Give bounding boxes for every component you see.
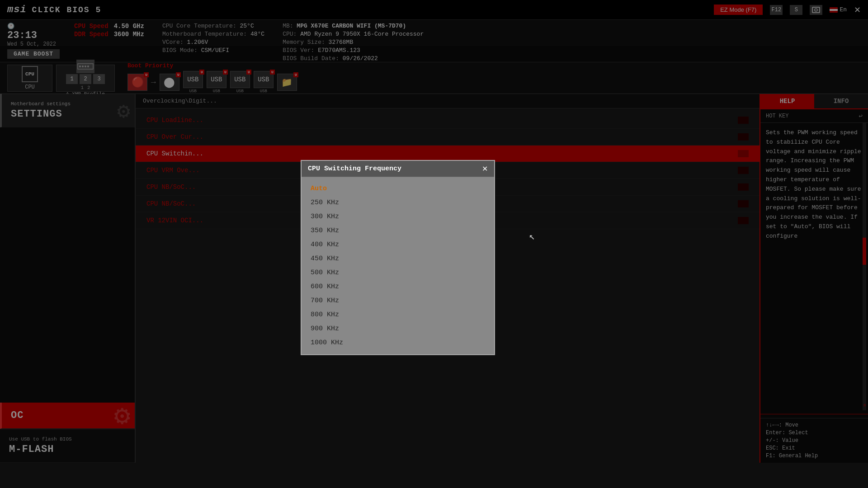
modal-option-350[interactable]: 350 KHz bbox=[302, 224, 494, 238]
modal-option-450[interactable]: 450 KHz bbox=[302, 252, 494, 266]
modal-option-900[interactable]: 900 KHz bbox=[302, 322, 494, 336]
modal-options-list: Auto 250 KHz 300 KHz 350 KHz 400 KHz 450… bbox=[302, 177, 494, 354]
modal-option-800[interactable]: 800 KHz bbox=[302, 308, 494, 322]
modal-option-auto[interactable]: Auto bbox=[302, 182, 494, 196]
modal-option-400[interactable]: 400 KHz bbox=[302, 238, 494, 252]
modal-option-300[interactable]: 300 KHz bbox=[302, 210, 494, 224]
cursor-indicator: ↖ bbox=[529, 230, 535, 243]
modal-title-bar: CPU Switching Frequency ✕ bbox=[302, 161, 494, 177]
modal-option-700[interactable]: 700 KHz bbox=[302, 294, 494, 308]
modal-overlay: CPU Switching Frequency ✕ Auto 250 KHz 3… bbox=[0, 0, 868, 488]
modal-option-1000[interactable]: 1000 KHz bbox=[302, 336, 494, 350]
modal-close-button[interactable]: ✕ bbox=[482, 164, 488, 173]
cpu-switching-modal: CPU Switching Frequency ✕ Auto 250 KHz 3… bbox=[301, 160, 495, 355]
modal-option-250[interactable]: 250 KHz bbox=[302, 196, 494, 210]
modal-option-500[interactable]: 500 KHz bbox=[302, 266, 494, 280]
modal-option-600[interactable]: 600 KHz bbox=[302, 280, 494, 294]
modal-title: CPU Switching Frequency bbox=[308, 165, 401, 173]
